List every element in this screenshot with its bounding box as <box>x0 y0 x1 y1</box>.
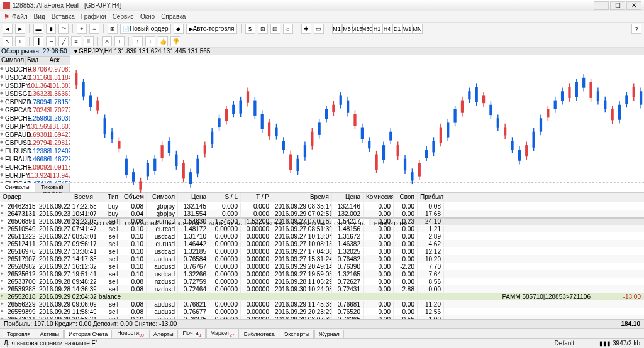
terminal-tab-Эксперты[interactable]: Эксперты <box>280 330 314 338</box>
terminal-tab-История Счета[interactable]: История Счета <box>64 330 112 338</box>
order-row[interactable]: 265392882016.09.28 14:36:39sell0.08nzdus… <box>0 285 644 293</box>
symbol-row-GBPCAD[interactable]: GBPCAD1.702431.70277 <box>0 106 70 114</box>
symbol-row-USDSGD[interactable]: USDSGD1.363231.36369 <box>0 90 70 98</box>
strategy-button[interactable]: ⌕ <box>283 24 293 34</box>
svg-rect-44 <box>225 109 228 121</box>
thumb-up-icon[interactable]: 👍 <box>158 36 168 46</box>
new-order-button[interactable]: 📄 Новый ордер <box>120 24 171 34</box>
zoom-in-button[interactable]: + <box>77 24 87 34</box>
close-button[interactable]: ✕ <box>626 1 641 10</box>
order-row[interactable]: 265179072016.09.27 14:17:35sell0.10audus… <box>0 255 644 263</box>
symbol-row-GBPUSD[interactable]: GBPUSD1.297941.29812 <box>0 139 70 147</box>
terminal-tab-Маркет[interactable]: Маркет27 <box>206 329 239 338</box>
col-bid[interactable]: Бид <box>26 57 48 65</box>
col-symbol[interactable]: Символ <box>0 57 26 65</box>
market-watch-button[interactable]: $ <box>245 24 255 34</box>
symbol-row-EURCHF[interactable]: EURCHF1.090921.09118 <box>0 163 70 171</box>
col-ask[interactable]: Аск <box>48 57 70 65</box>
terminal-tab-Новости[interactable]: Новости99 <box>113 329 148 338</box>
zoom-out-button[interactable]: − <box>89 24 99 34</box>
order-row[interactable]: 265112222016.09.27 08:53:01sell0.10usdca… <box>0 232 644 240</box>
orders-summary: Прибыль: 197.10 Кредит: 0.00 Депозит: 0.… <box>0 319 644 328</box>
channel-button[interactable]: ≡ <box>71 36 81 46</box>
menu-Справка[interactable]: Справка <box>161 13 186 20</box>
maximize-button[interactable]: ☐ <box>610 1 625 10</box>
menu-Вставка[interactable]: Вставка <box>52 13 75 20</box>
menu-Файл[interactable]: Файл <box>4 13 28 20</box>
tf-W1[interactable]: W1 <box>402 24 413 34</box>
help-button[interactable]: ? <box>631 24 641 34</box>
navigator-button[interactable]: ⊡ <box>258 24 268 34</box>
tf-M15[interactable]: M15 <box>352 24 362 34</box>
label-button[interactable]: T <box>114 36 125 46</box>
chart-line-button[interactable]: 〜 <box>58 24 69 34</box>
order-row[interactable]: 265593992016.09.29 11:58:49sell0.08audus… <box>0 308 644 315</box>
menu-Сервис[interactable]: Сервис <box>113 13 134 20</box>
tf-M5[interactable]: M5 <box>342 24 352 34</box>
order-row[interactable]: 265562292016.09.29 09:06:09sell0.08audus… <box>0 300 644 308</box>
menu-Окно[interactable]: Окно <box>140 13 155 20</box>
tf-D1[interactable]: D1 <box>392 24 402 34</box>
vline-button[interactable]: ┃ <box>33 36 43 46</box>
tab-symbols[interactable]: Символы <box>0 183 35 192</box>
order-row[interactable]: 265124112016.09.27 09:56:17sell0.10eurus… <box>0 240 644 247</box>
symbol-row-EURUSD[interactable]: EURUSD1.123881.12402 <box>0 147 70 155</box>
terminal-tab-Почта[interactable]: Почта3 <box>179 329 206 338</box>
terminal-button[interactable]: ▤ <box>270 24 280 34</box>
auto-trade-button[interactable]: ▶ Авто-торговля <box>186 24 237 34</box>
grid-button[interactable]: ⊞ <box>108 24 118 34</box>
symbol-row-EURJPY[interactable]: EURJPY113.924113.947 <box>0 171 70 180</box>
order-row[interactable]: 265337002016.09.28 09:48:22sell0.08nzdus… <box>0 278 644 285</box>
crosshair-button[interactable]: + <box>15 36 25 46</box>
order-row[interactable]: 265256122016.09.27 19:51:41sell0.10usdca… <box>0 270 644 278</box>
tab-tick[interactable]: Тиковый график <box>35 183 70 192</box>
terminal-tab-Библиотека[interactable]: Библиотека <box>240 330 279 338</box>
new-chart-button[interactable]: ✚ <box>301 24 311 34</box>
symbol-row-EURAUD[interactable]: EURAUD1.466861.46729 <box>0 155 70 163</box>
terminal-tab-Алерты[interactable]: Алерты <box>149 330 178 338</box>
svg-rect-86 <box>375 154 377 169</box>
order-row[interactable]: 265105492016.09.27 07:41:47sell0.10eurca… <box>0 225 644 232</box>
terminal-tab-Торговля[interactable]: Торговля <box>3 330 35 338</box>
order-row[interactable]: 265209822016.09.27 16:12:32sell0.10audus… <box>0 263 644 270</box>
symbol-row-USDJPY[interactable]: USDJPY101.364101.381 <box>0 82 70 90</box>
symbol-row-GBPJPY[interactable]: GBPJPY131.565131.601 <box>0 122 70 131</box>
terminal-tab-Журнал[interactable]: Журнал <box>314 330 344 338</box>
chart-candle-button[interactable]: ▮ <box>46 24 56 34</box>
tf-H4[interactable]: H4 <box>382 24 392 34</box>
menu-Вид[interactable]: Вид <box>34 13 45 20</box>
fibo-button[interactable]: ⫴ <box>84 36 94 46</box>
tf-MN[interactable]: MN <box>413 24 423 34</box>
profiles-button[interactable]: ▭ <box>314 24 324 34</box>
order-row[interactable]: 265068912016.09.26 23:22:03sell0.08eurnz… <box>0 217 644 225</box>
chart-canvas[interactable]: 142.960140.960138.760137.760135.960134.5… <box>70 55 644 217</box>
symbol-row-GBPNZD[interactable]: GBPNZD1.780941.78151 <box>0 98 70 106</box>
nav-fwd-button[interactable]: ► <box>15 24 25 34</box>
symbol-row-USDCAD[interactable]: USDCAD1.311601.31184 <box>0 73 70 82</box>
cursor-button[interactable]: ↖ <box>3 36 13 46</box>
chart-bar-button[interactable]: ▬ <box>33 24 43 34</box>
terminal-tab-Активы[interactable]: Активы <box>36 330 64 338</box>
thumb-down-icon[interactable]: 👎 <box>170 36 180 46</box>
menu-Графики[interactable]: Графики <box>81 13 106 20</box>
symbol-row-GBPAUD[interactable]: GBPAUD1.693811.69425 <box>0 131 70 139</box>
col-header[interactable]: Ордер <box>0 193 36 202</box>
hline-button[interactable]: ━ <box>46 36 56 46</box>
meta-button[interactable]: ◆ <box>174 24 184 34</box>
svg-rect-110 <box>461 101 464 113</box>
tf-M30[interactable]: M30 <box>362 24 372 34</box>
arrow-up-icon[interactable]: ↑ <box>133 36 143 46</box>
tf-M1[interactable]: M1 <box>332 24 342 34</box>
svg-rect-60 <box>282 141 285 150</box>
trendline-button[interactable]: ╱ <box>58 36 69 46</box>
nav-back-button[interactable]: ◄ <box>3 24 13 34</box>
symbol-row-USDCHF[interactable]: USDCHF0.970670.97081 <box>0 65 70 73</box>
tf-H1[interactable]: H1 <box>372 24 382 34</box>
symbol-row-GBPCHF[interactable]: GBPCHF1.259801.26036 <box>0 114 70 122</box>
order-row[interactable]: 265169762016.09.27 13:30:41sell0.10usdca… <box>0 247 644 255</box>
order-row[interactable]: 265526182016.09.29 02:04:32balancePAMM 5… <box>0 293 644 300</box>
market-cols: Символ Бид Аск <box>0 57 70 65</box>
arrow-down-icon[interactable]: ↓ <box>145 36 155 46</box>
text-button[interactable]: A <box>102 36 112 46</box>
minimize-button[interactable]: – <box>594 1 609 10</box>
